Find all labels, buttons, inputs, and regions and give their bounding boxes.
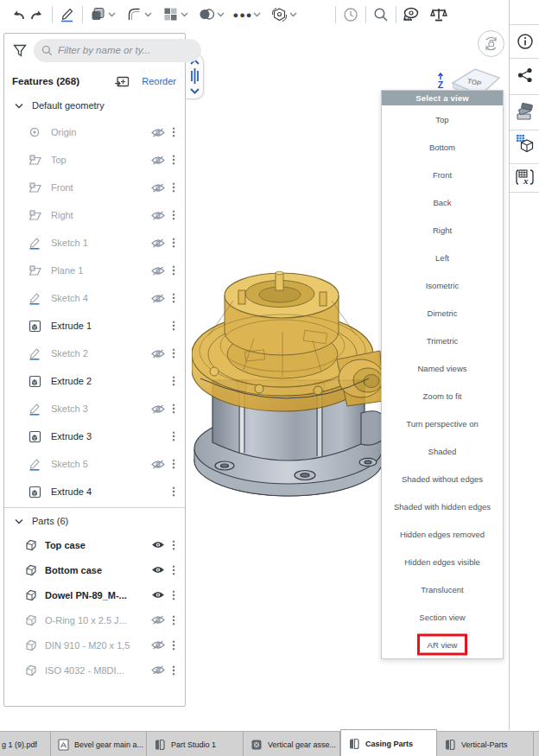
eye-icon[interactable] xyxy=(149,588,168,602)
feature-row-extrude2[interactable]: Extrude 2 ⋮ xyxy=(4,367,185,395)
view-menu-item-isometric[interactable]: Isometric xyxy=(382,271,503,299)
feature-row-sketch1[interactable]: Sketch 1 ⋮ xyxy=(4,229,185,257)
search-icon[interactable] xyxy=(371,5,390,24)
history-icon[interactable] xyxy=(341,5,360,24)
filter-input[interactable] xyxy=(34,39,201,62)
info-icon[interactable] xyxy=(510,33,539,50)
view-rotation-lock-button[interactable] xyxy=(478,30,504,57)
measure-icon[interactable] xyxy=(402,5,421,24)
context-menu-icon[interactable]: ⋮ xyxy=(168,264,180,277)
dropdown-caret-icon[interactable] xyxy=(289,12,297,17)
eye-slash-icon[interactable] xyxy=(149,664,168,677)
view-menu-item-translucent[interactable]: Translucent xyxy=(382,575,503,603)
tab-bevel-gear-main[interactable]: Bevel gear main a... xyxy=(51,732,147,756)
eye-slash-icon[interactable] xyxy=(149,153,168,167)
view-menu-item-ar-view[interactable]: AR view xyxy=(382,631,503,658)
context-menu-icon[interactable]: ⋮ xyxy=(168,346,180,360)
feature-row-extrude1[interactable]: Extrude 1 ⋮ xyxy=(4,312,185,340)
reorder-button[interactable]: Reorder xyxy=(142,76,176,86)
part-row-iso4032[interactable]: ISO 4032 - M8DI... ⋮ xyxy=(4,658,185,683)
context-menu-icon[interactable]: ⋮ xyxy=(168,457,180,471)
view-menu-item-named-views[interactable]: Named views xyxy=(382,354,503,382)
context-menu-icon[interactable]: ⋮ xyxy=(168,236,180,250)
eye-slash-icon[interactable] xyxy=(149,125,168,139)
context-menu-icon[interactable]: ⋮ xyxy=(168,153,180,167)
context-menu-icon[interactable]: ⋮ xyxy=(168,208,180,222)
context-menu-icon[interactable]: ⋮ xyxy=(168,563,180,577)
feature-row-origin[interactable]: Origin ⋮ xyxy=(4,118,185,146)
more-tools-icon[interactable]: ●●● xyxy=(233,5,252,24)
tab-vertical-gear-assembly[interactable]: Vertical gear asse... xyxy=(244,732,340,756)
configurations-icon[interactable] xyxy=(510,134,539,153)
feature-row-extrude3[interactable]: Extrude 3 ⋮ xyxy=(4,422,185,450)
part-row-din910[interactable]: DIN 910 - M20 x 1,5 ⋮ xyxy=(4,632,185,658)
view-menu-item-back[interactable]: Back xyxy=(382,188,503,216)
context-menu-icon[interactable]: ⋮ xyxy=(168,429,180,443)
part-row-bottom-case[interactable]: Bottom case ⋮ xyxy=(4,557,185,582)
feature-row-plane1[interactable]: Plane 1 ⋮ xyxy=(4,257,185,284)
dropdown-caret-icon[interactable] xyxy=(253,12,261,17)
default-geometry-group[interactable]: Default geometry xyxy=(4,92,185,118)
view-menu-item-bottom[interactable]: Bottom xyxy=(382,133,503,161)
eye-icon[interactable] xyxy=(149,538,168,552)
mass-properties-icon[interactable] xyxy=(429,5,448,24)
eye-slash-icon[interactable] xyxy=(149,181,168,194)
tab-vertical-parts[interactable]: Vertical-Parts xyxy=(437,732,534,756)
redo-icon[interactable] xyxy=(28,5,47,24)
part-row-dowel[interactable]: Dowel PN-89_M-... ⋮ xyxy=(4,582,185,607)
tab-casing-parts[interactable]: Casing Parts xyxy=(340,729,437,756)
view-menu-item-front[interactable]: Front xyxy=(382,161,503,188)
context-menu-icon[interactable]: ⋮ xyxy=(168,485,180,499)
view-menu-item-shaded-with-hidden-edges[interactable]: Shaded with hidden edges xyxy=(382,492,503,520)
view-menu-item-zoom-to-fit[interactable]: Zoom to fit xyxy=(382,382,503,410)
eye-slash-icon[interactable] xyxy=(149,638,168,652)
view-menu-item-shaded-without-edges[interactable]: Shaded without edges xyxy=(382,465,503,492)
appearance-icon[interactable] xyxy=(510,103,539,121)
eye-slash-icon[interactable] xyxy=(149,264,168,277)
context-menu-icon[interactable]: ⋮ xyxy=(168,402,180,416)
filter-funnel-icon[interactable] xyxy=(13,44,27,57)
tab-pdf-g1[interactable]: g 1 (9).pdf xyxy=(0,732,51,756)
view-menu-item-shaded[interactable]: Shaded xyxy=(382,437,503,465)
view-menu-item-dimetric[interactable]: Dimetric xyxy=(382,299,503,327)
part-row-oring[interactable]: O-Ring 10 x 2.5 J... ⋮ xyxy=(4,607,185,632)
context-menu-icon[interactable]: ⋮ xyxy=(168,664,180,677)
undo-icon[interactable] xyxy=(9,5,28,24)
dropdown-caret-icon[interactable] xyxy=(144,12,152,17)
eye-slash-icon[interactable] xyxy=(149,236,168,250)
view-menu-item-trimetric[interactable]: Trimetric xyxy=(382,327,503,354)
feature-row-front[interactable]: Front ⋮ xyxy=(4,174,185,201)
context-menu-icon[interactable]: ⋮ xyxy=(168,374,180,388)
pattern-icon[interactable] xyxy=(161,5,180,24)
context-menu-icon[interactable]: ⋮ xyxy=(168,125,180,139)
context-menu-icon[interactable]: ⋮ xyxy=(168,181,180,194)
view-menu-item-top[interactable]: Top xyxy=(382,105,503,133)
dropdown-caret-icon[interactable] xyxy=(181,12,188,17)
context-menu-icon[interactable]: ⋮ xyxy=(168,613,180,627)
feature-row-sketch3[interactable]: Sketch 3 ⋮ xyxy=(4,395,185,422)
view-menu-item-right[interactable]: Right xyxy=(382,216,503,244)
eye-slash-icon[interactable] xyxy=(149,457,168,471)
feature-row-sketch4[interactable]: Sketch 4 ⋮ xyxy=(4,284,185,312)
eye-slash-icon[interactable] xyxy=(149,208,168,222)
feature-row-top[interactable]: Top ⋮ xyxy=(4,146,185,174)
context-menu-icon[interactable]: ⋮ xyxy=(168,319,180,333)
share-icon[interactable] xyxy=(510,67,539,84)
part-row-top-case[interactable]: Top case ⋮ xyxy=(4,532,185,557)
intersect-icon[interactable] xyxy=(197,5,216,24)
eye-slash-icon[interactable] xyxy=(149,402,168,416)
dropdown-caret-icon[interactable] xyxy=(108,12,116,17)
dropdown-caret-icon[interactable] xyxy=(217,12,225,17)
eye-icon[interactable] xyxy=(149,563,168,577)
feature-row-sketch2[interactable]: Sketch 2 ⋮ xyxy=(4,340,185,367)
eye-slash-icon[interactable] xyxy=(149,346,168,360)
view-menu-item-hidden-edges-visible[interactable]: Hidden edges visible xyxy=(382,548,503,575)
context-menu-icon[interactable]: ⋮ xyxy=(168,588,180,602)
feature-row-sketch5[interactable]: Sketch 5 ⋮ xyxy=(4,450,185,478)
feature-row-right[interactable]: Right ⋮ xyxy=(4,201,185,229)
new-folder-icon[interactable] xyxy=(114,75,130,88)
context-menu-icon[interactable]: ⋮ xyxy=(168,538,180,552)
view-menu-item-hidden-edges-removed[interactable]: Hidden edges removed xyxy=(382,520,503,548)
mate-connector-icon[interactable] xyxy=(270,5,289,24)
variables-icon[interactable]: x xyxy=(510,168,539,187)
